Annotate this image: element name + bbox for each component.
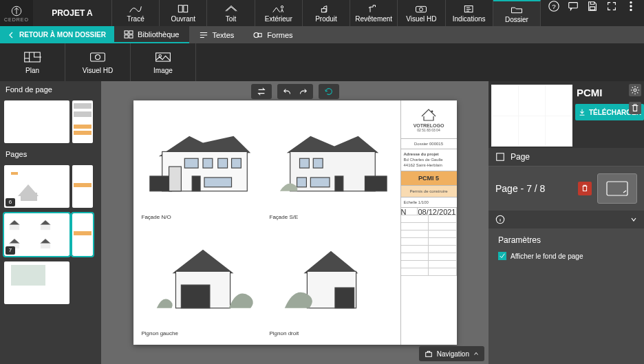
right-panel: PCMI TÉLÉCHARGER Page Page - 7 / 8	[489, 81, 644, 364]
fullscreen-icon[interactable]	[605, 0, 618, 12]
svg-rect-49	[299, 158, 309, 168]
brand-logo: CEDREO	[0, 0, 33, 26]
tool-plan[interactable]: Plan	[0, 43, 65, 81]
svg-rect-29	[21, 193, 37, 201]
canvas: Façade N/O Façade S/E	[101, 81, 489, 364]
svg-rect-21	[91, 53, 105, 61]
nav-dossier[interactable]: Dossier	[493, 0, 541, 26]
left-panel: ‹ Fond de page Pages 6	[0, 81, 101, 364]
tab-bibliotheque[interactable]: Bibliothèque	[114, 26, 189, 43]
svg-rect-17	[129, 34, 133, 37]
tool-visuelhd[interactable]: Visuel HD	[65, 43, 131, 81]
svg-rect-27	[74, 125, 92, 129]
pignon-droit-view	[270, 226, 392, 328]
svg-point-22	[96, 55, 100, 60]
page-thumbnail[interactable]	[597, 173, 637, 204]
settings-icon[interactable]	[629, 84, 641, 96]
swap-button[interactable]	[251, 84, 272, 99]
svg-rect-23	[156, 53, 171, 61]
facade-no-view	[142, 109, 264, 211]
project-name: PROJET A	[33, 0, 112, 26]
svg-rect-32	[10, 225, 19, 230]
background-template-thumb[interactable]	[4, 100, 69, 143]
delete-page-icon[interactable]	[578, 182, 592, 195]
svg-rect-53	[334, 176, 343, 191]
info-expander[interactable]	[489, 211, 644, 228]
comment-icon[interactable]	[567, 0, 579, 12]
svg-rect-46	[204, 178, 231, 187]
svg-rect-52	[310, 178, 330, 187]
svg-rect-30	[11, 172, 18, 175]
redo-icon	[298, 87, 308, 96]
delete-dossier-icon[interactable]	[629, 102, 641, 114]
svg-rect-36	[74, 231, 92, 235]
tab-formes[interactable]: Formes	[244, 26, 302, 43]
svg-rect-39	[149, 176, 171, 191]
page-side-thumb[interactable]	[72, 165, 93, 208]
svg-rect-33	[41, 225, 50, 230]
svg-rect-2	[184, 5, 188, 12]
svg-rect-26	[74, 111, 92, 117]
svg-point-58	[431, 111, 433, 112]
svg-rect-51	[297, 178, 306, 187]
chevron-up-icon	[473, 351, 479, 356]
svg-rect-42	[203, 158, 213, 168]
nav-indications[interactable]: Indications	[446, 0, 493, 26]
svg-rect-15	[129, 30, 133, 33]
svg-rect-31	[74, 183, 92, 187]
dossier-preview	[491, 85, 572, 147]
sheet-cartouche: VOTRELOGO 02 51 83 03 04 Dossier 000015 …	[400, 100, 457, 345]
page-thumb-next[interactable]	[4, 261, 69, 304]
undo-redo-group[interactable]	[277, 84, 313, 99]
svg-rect-1	[179, 5, 183, 12]
page-section-header[interactable]: Page	[489, 148, 644, 167]
tab-textes[interactable]: Textes	[189, 26, 244, 43]
svg-rect-44	[231, 158, 241, 168]
back-button[interactable]: RETOUR À MON DOSSIER	[0, 26, 114, 43]
nav-trace[interactable]: Tracé	[112, 0, 160, 26]
svg-rect-28	[74, 131, 92, 135]
page-thumb-6[interactable]: 6	[4, 165, 69, 208]
page-side-thumb[interactable]	[72, 213, 93, 256]
help-icon[interactable]: ?	[548, 0, 560, 12]
svg-rect-35	[41, 244, 50, 248]
save-icon[interactable]	[586, 0, 599, 12]
svg-rect-43	[217, 158, 227, 168]
nav-toit[interactable]: Toit	[207, 0, 255, 26]
svg-text:?: ?	[552, 3, 556, 10]
pages-title: Pages	[0, 146, 101, 162]
svg-rect-59	[425, 352, 431, 356]
svg-point-13	[630, 9, 632, 10]
svg-point-11	[630, 1, 632, 3]
pignon-gauche-view	[142, 226, 264, 328]
svg-rect-14	[125, 30, 128, 33]
svg-rect-45	[192, 176, 200, 191]
svg-point-24	[159, 55, 161, 57]
svg-rect-25	[74, 103, 92, 109]
show-background-checkbox[interactable]: Afficher le fond de page	[498, 252, 634, 260]
svg-point-12	[630, 6, 632, 7]
refresh-button[interactable]	[319, 84, 339, 99]
document-sheet: Façade N/O Façade S/E	[133, 100, 457, 345]
undo-icon	[283, 87, 292, 96]
svg-rect-61	[497, 153, 504, 161]
chevron-down-icon	[630, 216, 637, 223]
nav-ouvrant[interactable]: Ouvrant	[160, 0, 207, 26]
svg-rect-41	[184, 158, 198, 168]
svg-rect-57	[334, 288, 354, 308]
facade-se-view	[270, 109, 392, 211]
tool-image[interactable]: Image	[131, 43, 196, 81]
svg-rect-16	[125, 34, 128, 37]
nav-produit[interactable]: Produit	[303, 0, 350, 26]
svg-rect-37	[11, 265, 45, 286]
background-template-thumb[interactable]	[72, 100, 93, 143]
navigation-toggle[interactable]: Navigation	[419, 346, 484, 361]
menu-icon[interactable]	[625, 0, 637, 12]
nav-revetement[interactable]: Revêtement	[350, 0, 398, 26]
svg-rect-50	[313, 158, 323, 168]
nav-exterieur[interactable]: Extérieur	[255, 0, 303, 26]
svg-point-3	[281, 6, 283, 8]
params-title: Paramètres	[498, 235, 634, 245]
nav-visuelhd[interactable]: Visuel HD	[398, 0, 445, 26]
page-thumb-7[interactable]: 7	[4, 213, 69, 256]
